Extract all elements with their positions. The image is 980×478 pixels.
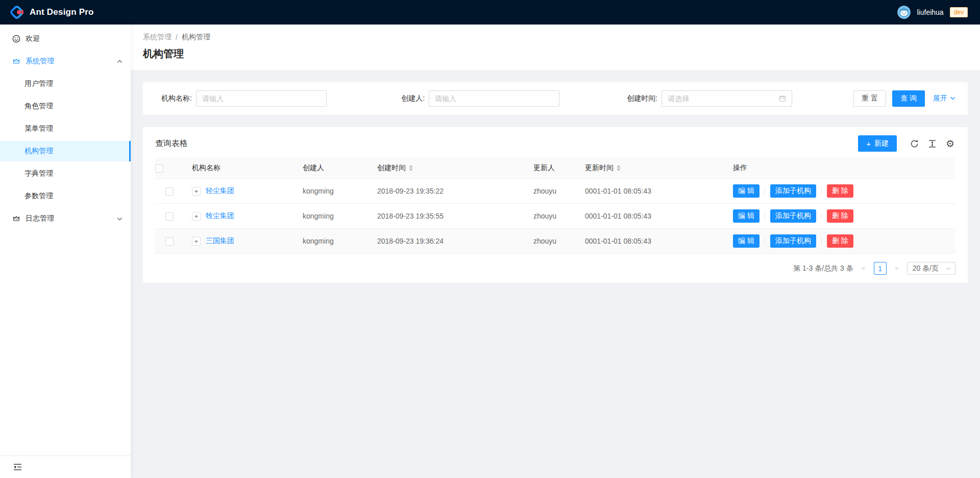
divider — [821, 212, 822, 220]
divider — [821, 187, 822, 195]
sort-icon[interactable] — [409, 165, 413, 171]
divider — [765, 237, 765, 245]
expand-row-icon[interactable]: + — [192, 212, 201, 221]
table-row: + 轻尘集团 kongming 2018-09-23 19:35:22 zhou… — [155, 179, 955, 204]
breadcrumb-item-current: 机构管理 — [182, 33, 210, 42]
col-header-updater: 更新人 — [525, 158, 577, 179]
org-name-input[interactable] — [202, 94, 321, 103]
org-name-link[interactable]: 三国集团 — [206, 236, 234, 246]
crown-icon — [12, 57, 20, 65]
cell-updater: zhouyu — [525, 229, 577, 254]
sidebar-item-param-mgmt[interactable]: 参数管理 — [0, 186, 131, 206]
sidebar-item-label: 参数管理 — [24, 192, 53, 201]
sort-icon[interactable] — [617, 165, 621, 171]
page-title: 机构管理 — [143, 47, 968, 61]
smile-icon — [12, 35, 20, 43]
username[interactable]: liufeihua — [917, 8, 943, 16]
sidebar-item-org-mgmt[interactable]: 机构管理 — [0, 141, 131, 161]
plus-icon: + — [866, 140, 871, 148]
org-name-input-wrapper — [196, 90, 327, 107]
column-height-icon[interactable] — [927, 138, 938, 149]
delete-button[interactable]: 删 除 — [827, 184, 853, 198]
table-row: + 三国集团 kongming 2018-09-23 19:36:24 zhou… — [155, 229, 955, 254]
cell-creator: kongming — [295, 179, 369, 204]
delete-button[interactable]: 删 除 — [827, 234, 853, 248]
breadcrumb: 系统管理 / 机构管理 — [143, 33, 968, 42]
expand-form-link[interactable]: 展开 — [933, 94, 955, 103]
sidebar-item-label: 角色管理 — [24, 102, 53, 111]
select-all-checkbox[interactable] — [155, 164, 163, 173]
calendar-icon — [779, 95, 786, 102]
chevron-down-icon — [946, 266, 951, 271]
chevron-down-icon — [950, 94, 955, 103]
row-checkbox[interactable] — [165, 187, 174, 196]
page-header: 系统管理 / 机构管理 机构管理 — [131, 25, 980, 70]
sidebar-item-label: 日志管理 — [26, 214, 54, 223]
settings-icon[interactable]: ⚙ — [945, 138, 955, 149]
pagination-next-icon[interactable]: > — [891, 262, 903, 275]
edit-button[interactable]: 编 辑 — [733, 184, 760, 198]
field-label: 创建人: — [388, 94, 425, 103]
page-size-select[interactable]: 20 条/页 — [907, 262, 955, 275]
row-checkbox[interactable] — [165, 237, 174, 246]
reload-icon[interactable] — [909, 138, 920, 149]
brand[interactable]: Ant Design Pro — [9, 5, 94, 20]
menu-fold-icon[interactable] — [12, 462, 23, 472]
expand-row-icon[interactable]: + — [192, 237, 201, 246]
sidebar-menu: 欢迎 系统管理 用户管理 角色管理 菜单管理 机构管理 — [0, 25, 131, 456]
sidebar-item-label: 机构管理 — [24, 147, 53, 156]
breadcrumb-item[interactable]: 系统管理 — [143, 33, 172, 42]
breadcrumb-separator: / — [176, 33, 178, 41]
divider — [821, 237, 822, 245]
pagination: 第 1-3 条/总共 3 条 < 1 > 20 条/页 — [143, 254, 968, 283]
sidebar-item-label: 欢迎 — [26, 34, 40, 43]
page-size-value: 20 条/页 — [913, 264, 939, 273]
add-child-org-button[interactable]: 添加子机构 — [770, 209, 816, 223]
col-header-updated[interactable]: 更新时间 — [577, 158, 725, 179]
edit-button[interactable]: 编 辑 — [733, 209, 760, 223]
org-name-link[interactable]: 牧尘集团 — [206, 211, 234, 221]
search-button[interactable]: 查 询 — [892, 90, 925, 107]
add-child-org-button[interactable]: 添加子机构 — [770, 234, 816, 248]
chevron-down-icon — [117, 216, 122, 222]
sidebar-item-welcome[interactable]: 欢迎 — [0, 29, 131, 49]
col-header-name: 机构名称 — [184, 158, 295, 179]
delete-button[interactable]: 删 除 — [827, 209, 853, 223]
col-header-created[interactable]: 创建时间 — [369, 158, 525, 179]
reset-button[interactable]: 重 置 — [853, 90, 886, 107]
user-avatar[interactable] — [897, 6, 911, 19]
edit-button[interactable]: 编 辑 — [733, 234, 760, 248]
field-label: 机构名称: — [155, 94, 192, 103]
pagination-total: 第 1-3 条/总共 3 条 — [793, 264, 853, 273]
cell-creator: kongming — [295, 204, 369, 229]
sidebar-footer — [0, 456, 131, 478]
sidebar-item-system-mgmt[interactable]: 系统管理 — [0, 51, 131, 71]
divider — [765, 187, 765, 195]
org-name-link[interactable]: 轻尘集团 — [206, 186, 234, 196]
pagination-page-1[interactable]: 1 — [874, 262, 887, 275]
top-header: Ant Design Pro liufeihua dev — [0, 0, 980, 25]
sidebar: 欢迎 系统管理 用户管理 角色管理 菜单管理 机构管理 — [0, 25, 131, 478]
sidebar-item-role-mgmt[interactable]: 角色管理 — [0, 96, 131, 116]
new-button[interactable]: + 新建 — [858, 135, 897, 152]
cell-created: 2018-09-23 19:36:24 — [369, 229, 525, 254]
sidebar-item-dict-mgmt[interactable]: 字典管理 — [0, 163, 131, 184]
created-time-datepicker[interactable] — [662, 90, 792, 107]
crown-icon — [12, 214, 20, 223]
logo-icon — [9, 5, 24, 20]
sidebar-item-menu-mgmt[interactable]: 菜单管理 — [0, 118, 131, 139]
table-title: 查询表格 — [155, 138, 188, 149]
creator-input[interactable] — [435, 94, 553, 103]
cell-updater: zhouyu — [525, 179, 577, 204]
table-header-row: 机构名称 创建人 创建时间 更新人 更新时间 操作 — [155, 158, 955, 179]
row-checkbox[interactable] — [165, 212, 174, 221]
pagination-prev-icon[interactable]: < — [857, 262, 870, 275]
add-child-org-button[interactable]: 添加子机构 — [770, 184, 816, 198]
sidebar-item-log-mgmt[interactable]: 日志管理 — [0, 208, 131, 229]
cell-updated: 0001-01-01 08:05:43 — [577, 229, 725, 254]
created-time-input[interactable] — [668, 94, 779, 103]
expand-label: 展开 — [933, 94, 947, 103]
org-table: 机构名称 创建人 创建时间 更新人 更新时间 操作 — [155, 158, 955, 254]
sidebar-item-user-mgmt[interactable]: 用户管理 — [0, 74, 131, 94]
expand-row-icon[interactable]: + — [192, 187, 201, 196]
